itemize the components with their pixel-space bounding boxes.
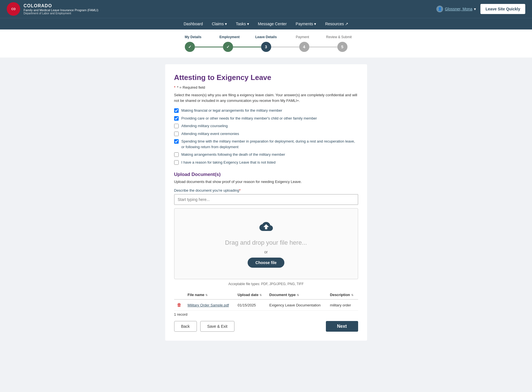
nav-resources[interactable]: Resources ↗ <box>325 22 348 26</box>
step-labels: My Details Employment Leave Details Paym… <box>175 35 357 39</box>
col-filename[interactable]: File name ⇅ <box>185 290 235 299</box>
logo-dept: Department of Labor and Employment <box>24 12 98 15</box>
drop-text: Drag and drop your file here... <box>225 239 307 246</box>
main-nav: Dashboard Claims ▾ Tasks ▾ Message Cente… <box>0 18 532 29</box>
nav-claims[interactable]: Claims ▾ <box>212 22 227 26</box>
col-description-sort: ⇅ <box>351 294 353 297</box>
upload-section-desc: Upload documents that show proof of your… <box>174 180 358 184</box>
header-right: 👤 Glossner, Mona ▾ Leave Site Quickly <box>436 4 525 14</box>
row-date-cell: 01/15/2025 <box>235 299 266 311</box>
col-upload-date[interactable]: Upload date ⇅ <box>235 290 266 299</box>
step-circle-2: ✓ <box>223 42 233 52</box>
step-label-3: Leave Details <box>255 35 277 39</box>
records-count: 1 record <box>174 312 358 317</box>
step-label-2: Employment <box>219 35 239 39</box>
logo-subtitle: Family and Medical Leave Insurance Progr… <box>24 8 98 12</box>
checkbox-item-3: Attending military counseling <box>174 123 358 129</box>
main-content: Attesting to Exigency Leave * * = Requir… <box>165 64 367 341</box>
colorado-logo: CO <box>7 2 20 16</box>
col-upload-date-sort: ⇅ <box>259 294 262 297</box>
row-desc-cell: military order <box>327 299 358 311</box>
description-text: Select the reason(s) why you are filing … <box>174 92 358 103</box>
header: CO COLORADO Family and Medical Leave Ins… <box>0 0 532 18</box>
col-delete <box>174 290 185 299</box>
step-label-group-4: Payment <box>284 35 321 39</box>
step-label-5: Review & Submit <box>326 35 352 39</box>
step-label-group-3: Leave Details <box>248 35 284 39</box>
step-circle-5: 5 <box>337 42 347 52</box>
col-filename-sort: ⇅ <box>205 294 208 297</box>
file-table: File name ⇅ Upload date ⇅ Document type … <box>174 290 358 311</box>
file-link[interactable]: Military Order Sample.pdf <box>188 303 229 307</box>
checkbox-item-1: Making financial or legal arrangements f… <box>174 108 358 113</box>
step-label-4: Payment <box>296 35 309 39</box>
nav-message-center[interactable]: Message Center <box>258 22 287 26</box>
step-circle-3: 3 <box>261 42 271 52</box>
step-circle-4: 4 <box>299 42 309 52</box>
checkbox-label-5[interactable]: Spending time with the military member i… <box>181 139 358 150</box>
checkbox-6[interactable] <box>174 152 179 157</box>
checkbox-label-1[interactable]: Making financial or legal arrangements f… <box>181 108 282 113</box>
back-button[interactable]: Back <box>174 321 197 332</box>
checkbox-2[interactable] <box>174 116 179 121</box>
checkbox-label-3[interactable]: Attending military counseling <box>181 123 228 129</box>
step-label-group-1: My Details <box>175 35 211 39</box>
leave-site-button[interactable]: Leave Site Quickly <box>480 4 525 14</box>
nav-dashboard[interactable]: Dashboard <box>184 22 203 26</box>
steps-row: ✓ ✓ 3 4 5 <box>185 42 347 52</box>
checkbox-item-7: I have a reason for taking Exigency Leav… <box>174 160 358 165</box>
checkbox-label-7[interactable]: I have a reason for taking Exigency Leav… <box>181 160 276 165</box>
col-document-type[interactable]: Document type ⇅ <box>266 290 327 299</box>
step-line-3 <box>271 47 299 47</box>
user-name-label[interactable]: Glossner, Mona <box>445 7 472 11</box>
nav-payments[interactable]: Payments ▾ <box>296 22 316 26</box>
checkbox-item-2: Providing care or other needs for the mi… <box>174 116 358 121</box>
table-row: 🗑 Military Order Sample.pdf 01/15/2025 E… <box>174 299 358 311</box>
file-types-text: Acceptable file types: PDF, JPG/JPEG, PN… <box>174 282 358 286</box>
progress-stepper: My Details Employment Leave Details Paym… <box>0 29 532 58</box>
step-label-group-2: Employment <box>211 35 248 39</box>
upload-section-title: Upload Document(s) <box>174 172 358 177</box>
upload-cloud-icon <box>259 220 273 236</box>
checkbox-3[interactable] <box>174 124 179 128</box>
checkbox-label-4[interactable]: Attending military event ceremonies <box>181 131 239 137</box>
row-doctype-cell: Exigency Leave Documentation <box>266 299 327 311</box>
col-document-type-sort: ⇅ <box>297 294 299 297</box>
checkbox-1[interactable] <box>174 108 179 113</box>
footer-buttons: Back Save & Exit Next <box>174 321 358 332</box>
footer-left-buttons: Back Save & Exit <box>174 321 235 332</box>
row-delete-cell: 🗑 <box>174 299 185 311</box>
checkbox-item-4: Attending military event ceremonies <box>174 131 358 137</box>
logo-title: COLORADO <box>24 3 98 8</box>
page-title: Attesting to Exigency Leave <box>174 73 358 82</box>
step-line-2 <box>233 47 261 47</box>
delete-row-icon[interactable]: 🗑 <box>177 302 181 307</box>
save-exit-button[interactable]: Save & Exit <box>200 321 234 332</box>
dropzone[interactable]: Drag and drop your file here... or Choos… <box>174 208 358 279</box>
step-label-group-5: Review & Submit <box>321 35 357 39</box>
checkbox-7[interactable] <box>174 160 179 165</box>
checkbox-label-6[interactable]: Making arrangements following the death … <box>181 152 285 157</box>
step-label-1: My Details <box>185 35 201 39</box>
step-circle-1: ✓ <box>185 42 195 52</box>
col-description[interactable]: Description ⇅ <box>327 290 358 299</box>
describe-label: Describe the document you're uploading* <box>174 188 358 192</box>
upload-section: Upload Document(s) Upload documents that… <box>174 172 358 286</box>
user-menu[interactable]: 👤 Glossner, Mona ▾ <box>436 6 476 12</box>
checkbox-item-5: Spending time with the military member i… <box>174 139 358 150</box>
checkbox-5[interactable] <box>174 139 179 144</box>
checkbox-list: Making financial or legal arrangements f… <box>174 108 358 165</box>
next-button[interactable]: Next <box>326 321 358 332</box>
step-line-1 <box>195 47 223 47</box>
required-asterisk: * <box>174 85 176 90</box>
user-dropdown-arrow: ▾ <box>474 7 476 11</box>
checkbox-4[interactable] <box>174 132 179 136</box>
choose-file-button[interactable]: Choose file <box>248 258 284 268</box>
logo-text: COLORADO Family and Medical Leave Insura… <box>24 3 98 15</box>
checkbox-label-2[interactable]: Providing care or other needs for the mi… <box>181 116 317 121</box>
header-left: CO COLORADO Family and Medical Leave Ins… <box>7 2 98 16</box>
or-text: or <box>264 250 268 254</box>
nav-tasks[interactable]: Tasks ▾ <box>236 22 249 26</box>
describe-input[interactable] <box>174 194 358 205</box>
required-note: * * = Required field <box>174 85 358 90</box>
